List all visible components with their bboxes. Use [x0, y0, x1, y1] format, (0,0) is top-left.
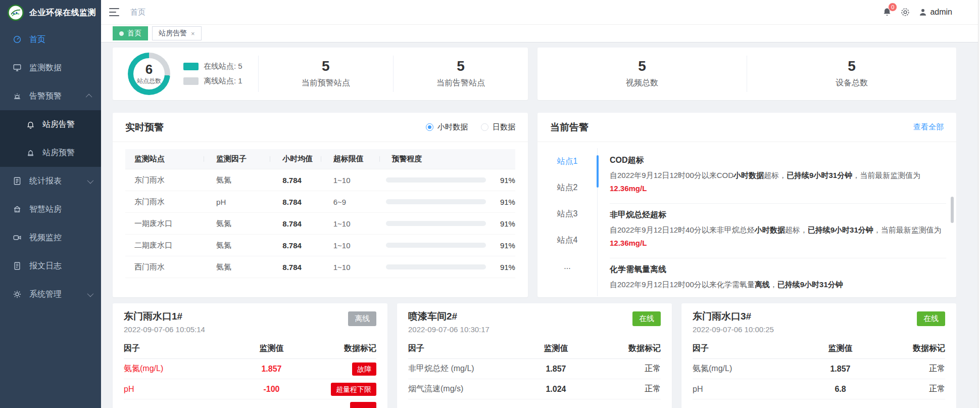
warning-percent: 91%: [492, 176, 515, 185]
cell-value: -100: [230, 385, 313, 394]
warning-table-row: 西门雨水 氨氮 8.784 1~10 91%: [125, 256, 515, 278]
station-table-row: pH 6.8 正常: [693, 379, 945, 399]
cell-limit: 6~9: [324, 198, 383, 206]
legend-online: 在线站点: 5: [183, 62, 242, 71]
cell-factor: 烟气流速(mg/s): [408, 384, 514, 394]
alarm-list: COD超标 自2022年9月12日12时00分以来COD小时数据超标，已持续9小…: [597, 148, 956, 296]
warning-table-header: 监测站点 监测因子 小时均值 超标限值 预警程度: [125, 149, 515, 169]
cell-factor: 氨氮(mg/L): [124, 364, 230, 374]
tab-home[interactable]: 首页: [113, 26, 148, 40]
breadcrumb[interactable]: 首页: [130, 8, 145, 17]
alarm-text: 自2022年9月12日12时00分以来COD小时数据超标，已持续9小时31分钟，…: [610, 169, 946, 195]
station-total-label: 站点总数: [137, 77, 161, 85]
sidebar-item-label: 视频监控: [29, 233, 92, 243]
alarm-list-scrollbar[interactable]: [951, 197, 954, 223]
bell-icon: [25, 119, 35, 129]
sidebar-item-system[interactable]: 系统管理: [0, 280, 101, 308]
station-table-row: 氨氮(mg/L) 1.857 正常: [693, 359, 945, 379]
notification-bell-icon[interactable]: 0: [882, 7, 892, 17]
alarm-beacon-icon: [12, 91, 22, 101]
station-rail-item-4[interactable]: 站点4: [537, 227, 597, 253]
sidebar-item-video[interactable]: 视频监控: [0, 223, 101, 252]
station-table-row: 非甲烷总烃 (mg/L) 1.857 正常: [408, 359, 661, 379]
warning-bar: [386, 221, 486, 226]
cell-factor: 氨氮: [207, 175, 273, 185]
current-alarm-panel: 当前告警 查看全部 站点1 站点2 站点3 站点4 ...: [537, 113, 956, 297]
station-table-header: 因子 监测值 数据标记: [693, 339, 945, 359]
station-card-1: 东门雨水口1# 2022-09-07-06 10:05:14 离线 因子 监测值…: [113, 303, 387, 408]
sidebar-item-label: 首页: [29, 34, 92, 45]
sidebar-item-label: 系统管理: [29, 289, 87, 300]
sidebar-item-smart-station[interactable]: 智慧站房: [0, 195, 101, 223]
current-alarm-body: 站点1 站点2 站点3 站点4 ... COD超标: [537, 142, 956, 296]
sidebar-item-label: 站房告警: [42, 119, 92, 130]
metric-value: 5: [322, 59, 330, 74]
station-rail-item-1[interactable]: 站点1: [537, 148, 597, 174]
sidebar-item-alarm-warning[interactable]: 告警预警: [0, 82, 101, 110]
report-icon: [12, 176, 22, 186]
stats-row: 6 站点总数 在线站点: 5: [113, 48, 956, 100]
metric-label: 设备总数: [836, 78, 868, 88]
tab-close-icon[interactable]: ×: [191, 30, 195, 37]
station-card-title: 东门雨水口3#: [693, 310, 945, 323]
browser-scrollbar[interactable]: [978, 0, 980, 408]
dashboard-icon: [12, 34, 22, 44]
current-alarm-title: 当前告警: [550, 121, 589, 134]
view-all-link[interactable]: 查看全部: [913, 122, 944, 132]
sidebar-item-label: 监测数据: [29, 63, 92, 73]
sidebar-item-message-log[interactable]: 报文日志: [0, 252, 101, 280]
radio-day-data[interactable]: 日数据: [481, 122, 515, 132]
col-value: 监测值: [799, 343, 882, 354]
station-rail-item-2[interactable]: 站点2: [537, 174, 597, 201]
metric-label: 当前告警站点: [436, 78, 485, 88]
data-mark-text: 正常: [882, 384, 945, 394]
sidebar-item-monitor-data[interactable]: 监测数据: [0, 54, 101, 82]
app-root: 企业环保在线监测 首页 监测数据 告警预警: [0, 0, 980, 408]
station-table-row: 烟气流速(mg/s) 1.024 正常: [408, 379, 661, 399]
cell-station: 二期废水口: [125, 241, 207, 250]
col-value: 监测值: [230, 343, 313, 354]
station-table-row: pH -100 超量程下限: [124, 379, 376, 399]
tab-station-alarm[interactable]: 站房告警 ×: [152, 26, 202, 40]
chevron-down-icon: [87, 290, 94, 297]
user-menu[interactable]: admin: [918, 8, 952, 17]
user-icon: [918, 8, 927, 17]
warning-percent: 91%: [492, 241, 515, 250]
sidebar-item-station-alarm[interactable]: 站房告警: [0, 110, 101, 139]
station-total-donut-section: 6 站点总数 在线站点: 5: [113, 48, 258, 100]
status-badge-online: 在线: [917, 311, 945, 326]
offline-swatch: [183, 77, 199, 85]
col-mark: 数据标记: [313, 343, 376, 354]
sidebar-item-home[interactable]: 首页: [0, 25, 101, 54]
sidebar-menu: 首页 监测数据 告警预警 站房告警: [0, 25, 101, 308]
cell-value: 1.857: [799, 365, 882, 374]
station-rail-item-3[interactable]: 站点3: [537, 201, 597, 227]
station-rail-item-more[interactable]: ...: [537, 253, 597, 280]
sidebar-item-label: 告警预警: [29, 91, 87, 102]
tabs-bar: 首页 站房告警 ×: [101, 25, 980, 42]
sidebar-item-label: 智慧站房: [29, 204, 92, 215]
sidebar-item-label: 统计报表: [29, 176, 87, 187]
sidebar-toggle-icon[interactable]: [109, 8, 119, 16]
settings-gear-icon[interactable]: [900, 7, 910, 17]
sidebar-item-station-warning[interactable]: 站房预警: [0, 139, 101, 167]
cell-factor: 氨氮: [207, 262, 273, 272]
sidebar-item-report[interactable]: 统计报表: [0, 167, 101, 195]
station-card-title: 喷漆车间2#: [408, 310, 661, 323]
station-donut-chart: 6 站点总数: [128, 53, 170, 95]
cell-factor: 氨氮(mg/L): [693, 364, 799, 374]
cell-station: 西门雨水: [125, 262, 207, 272]
legend-offline-label: 离线站点: 1: [204, 76, 242, 86]
alarm-text: 自2022年9月12日12时40分以来非甲烷总烃小时数据超标，已持续9小时31分…: [610, 223, 946, 250]
station-table-row-partial: [124, 399, 376, 408]
page-content: 6 站点总数 在线站点: 5: [101, 42, 980, 408]
station-card-time: 2022-09-07-06 10:30:17: [408, 325, 661, 335]
alarm-title: 非甲烷总烃超标: [610, 210, 946, 220]
stats-card-devices: 5 视频总数 5 设备总数: [537, 48, 956, 100]
data-mark-badge: 超量程下限: [331, 383, 376, 396]
alarm-title: COD超标: [610, 155, 946, 166]
warning-bar: [386, 177, 486, 183]
col-hour-avg: 小时均值: [273, 154, 324, 164]
radio-hour-data[interactable]: 小时数据: [426, 122, 468, 132]
data-mark-text: 正常: [598, 364, 661, 374]
